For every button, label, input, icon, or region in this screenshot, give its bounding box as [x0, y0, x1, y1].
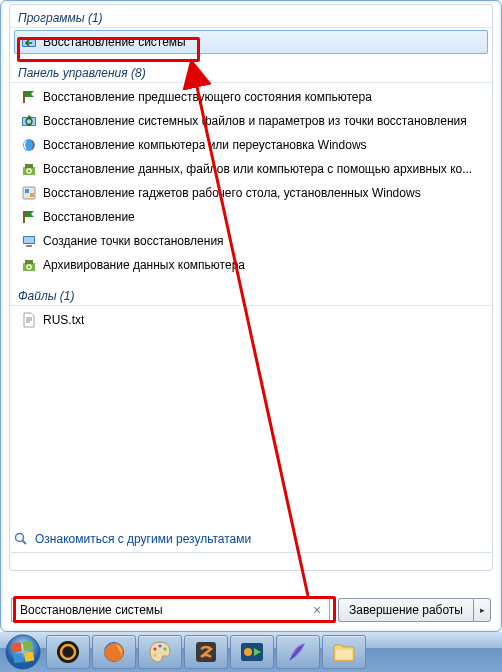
taskbar-app-media[interactable] — [230, 635, 274, 669]
result-create-restore-point[interactable]: Создание точки восстановления — [14, 229, 488, 253]
svg-rect-15 — [24, 237, 34, 243]
svg-point-32 — [158, 644, 161, 647]
results-pane: Программы (1) Восстановление системы Пан… — [9, 4, 493, 571]
backup-icon — [21, 161, 37, 177]
result-label: Восстановление системы — [43, 35, 186, 49]
divider — [11, 552, 491, 553]
svg-line-38 — [290, 647, 301, 660]
control-panel-list: Восстановление предшествующего состояния… — [10, 83, 492, 283]
result-label: RUS.txt — [43, 313, 84, 327]
palette-icon — [147, 639, 173, 665]
flag-icon — [21, 209, 37, 225]
result-label: Восстановление компьютера или переустано… — [43, 138, 367, 152]
svg-rect-12 — [30, 193, 34, 197]
result-backup-data[interactable]: Архивирование данных компьютера — [14, 253, 488, 277]
restore-icon — [21, 34, 37, 50]
start-menu-panel: Программы (1) Восстановление системы Пан… — [0, 0, 502, 632]
result-label: Восстановление данных, файлов или компью… — [43, 162, 472, 176]
search-icon — [13, 531, 29, 547]
result-label: Создание точки восстановления — [43, 234, 224, 248]
sublime-icon — [193, 639, 219, 665]
search-row: × Завершение работы ▸ — [11, 598, 491, 622]
taskbar-app-sublime[interactable] — [184, 635, 228, 669]
folder-icon — [331, 639, 357, 665]
aimp-icon — [55, 639, 81, 665]
start-button[interactable] — [2, 632, 44, 672]
svg-point-23 — [6, 635, 40, 669]
backup-icon — [21, 257, 37, 273]
shutdown-options-arrow[interactable]: ▸ — [473, 598, 491, 622]
taskbar-app-aimp[interactable] — [46, 635, 90, 669]
svg-rect-25 — [23, 641, 33, 651]
clear-search-button[interactable]: × — [309, 602, 325, 618]
media-icon — [239, 639, 265, 665]
svg-rect-26 — [13, 653, 23, 663]
restore-icon — [21, 137, 37, 153]
firefox-icon — [101, 639, 127, 665]
search-input[interactable] — [18, 599, 309, 621]
result-restore-from-backup[interactable]: Восстановление данных, файлов или компью… — [14, 157, 488, 181]
flag-icon — [21, 89, 37, 105]
svg-point-33 — [163, 647, 166, 650]
see-more-results-link[interactable]: Ознакомиться с другими результатами — [13, 531, 251, 547]
section-files-header: Файлы (1) — [10, 283, 492, 306]
feather-icon — [285, 639, 311, 665]
gadget-icon — [21, 185, 37, 201]
result-restore-gadgets[interactable]: Восстановление гаджетов рабочего стола, … — [14, 181, 488, 205]
svg-rect-8 — [25, 164, 33, 168]
svg-point-34 — [153, 653, 156, 656]
result-system-restore[interactable]: Восстановление системы — [14, 30, 488, 54]
svg-rect-11 — [25, 189, 29, 193]
result-label: Восстановление гаджетов рабочего стола, … — [43, 186, 421, 200]
result-file-rus-txt[interactable]: RUS.txt — [14, 308, 488, 332]
system-icon — [21, 233, 37, 249]
svg-rect-39 — [336, 650, 352, 659]
result-restore-previous-state[interactable]: Восстановление предшествующего состояния… — [14, 85, 488, 109]
shutdown-button[interactable]: Завершение работы — [338, 598, 473, 622]
result-label: Восстановление системных файлов и параме… — [43, 114, 467, 128]
result-restore-or-reinstall[interactable]: Восстановление компьютера или переустано… — [14, 133, 488, 157]
result-label: Архивирование данных компьютера — [43, 258, 245, 272]
result-label: Восстановление предшествующего состояния… — [43, 90, 372, 104]
svg-rect-24 — [12, 642, 22, 652]
search-box: × — [11, 598, 330, 622]
result-label: Восстановление — [43, 210, 135, 224]
svg-rect-18 — [25, 260, 33, 264]
section-control-panel-header: Панель управления (8) — [10, 60, 492, 83]
result-recovery[interactable]: Восстановление — [14, 205, 488, 229]
section-programs-header: Программы (1) — [10, 5, 492, 28]
svg-line-21 — [23, 541, 27, 545]
taskbar-app-paint[interactable] — [138, 635, 182, 669]
restore-icon — [21, 113, 37, 129]
result-restore-system-files[interactable]: Восстановление системных файлов и параме… — [14, 109, 488, 133]
files-list: RUS.txt — [10, 306, 492, 338]
svg-rect-16 — [26, 245, 32, 247]
taskbar-app-feather[interactable] — [276, 635, 320, 669]
programs-list: Восстановление системы — [10, 28, 492, 60]
taskbar — [0, 632, 502, 672]
taskbar-app-firefox[interactable] — [92, 635, 136, 669]
svg-point-31 — [153, 647, 156, 650]
svg-rect-27 — [24, 652, 34, 662]
svg-point-37 — [244, 648, 252, 656]
taskbar-app-explorer[interactable] — [322, 635, 366, 669]
svg-point-20 — [16, 534, 24, 542]
see-more-label: Ознакомиться с другими результатами — [35, 532, 251, 546]
svg-rect-2 — [23, 91, 25, 103]
svg-rect-13 — [23, 211, 25, 223]
txt-icon — [21, 312, 37, 328]
svg-rect-7 — [23, 167, 35, 175]
shutdown-group: Завершение работы ▸ — [338, 598, 491, 622]
